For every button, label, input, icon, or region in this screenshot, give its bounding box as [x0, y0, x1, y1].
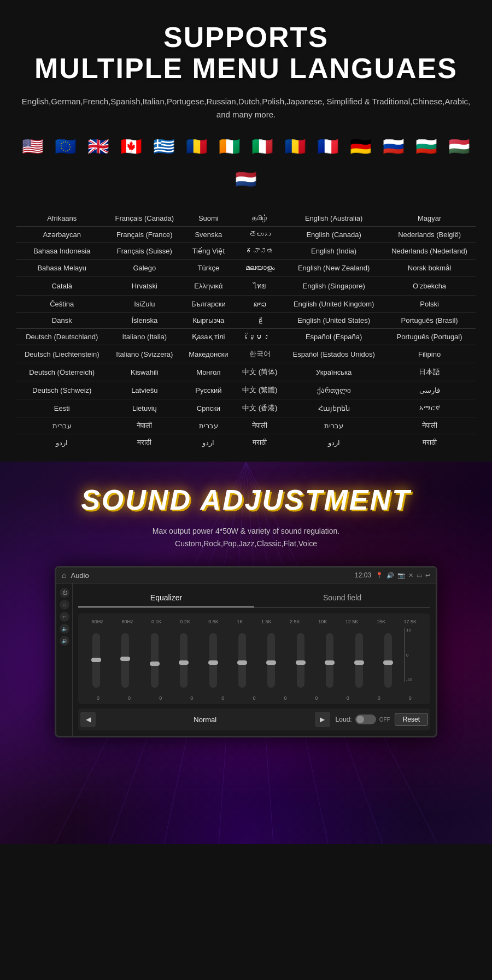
eq-slider-thumb[interactable]: [208, 660, 218, 665]
eq-slider-track: [151, 633, 159, 688]
eq-slider-col[interactable]: [345, 628, 372, 693]
lang-cell: Íslenska: [107, 312, 181, 329]
table-row: CatalàHrvatskiΕλληνικάไทยEnglish (Singap…: [16, 276, 476, 296]
eq-slider-thumb[interactable]: [120, 657, 130, 661]
zero-value: 0: [128, 695, 131, 701]
zero-value: 0: [347, 695, 349, 701]
loud-toggle[interactable]: [355, 715, 376, 724]
lang-cell: 中文 (香港): [235, 399, 284, 417]
reset-button[interactable]: Reset: [395, 713, 428, 726]
lang-cell: తెలుగు: [235, 227, 284, 243]
lang-cell: English (Singapore): [284, 276, 383, 296]
freq-label: 17.5K: [404, 619, 417, 624]
lang-cell: Suomi: [181, 210, 235, 227]
flag-nl: 🇳🇱: [232, 165, 260, 193]
eq-slider-track: [180, 633, 188, 688]
next-preset-button[interactable]: ▶: [315, 712, 330, 727]
zero-value: 0: [97, 695, 99, 701]
table-row: AfrikaansFrançais (Canada)Suomiதமிழ்Engl…: [16, 210, 476, 227]
eq-slider-thumb[interactable]: [325, 660, 335, 665]
lang-cell: فارسی: [383, 381, 476, 399]
lang-cell: Português (Brasil): [383, 312, 476, 329]
lang-cell: Nederlands (Nederland): [383, 243, 476, 259]
eq-slider-col[interactable]: [200, 628, 226, 693]
close-icon[interactable]: ✕: [408, 572, 413, 579]
eq-slider-col[interactable]: [83, 628, 109, 693]
toggle-state-label: OFF: [379, 717, 390, 723]
eq-slider-thumb[interactable]: [150, 662, 160, 666]
side-buttons: ⏻ ⌂ ↩ 🔈 🔉: [56, 583, 73, 736]
eq-slider-thumb[interactable]: [91, 658, 101, 662]
preset-name: Normal: [96, 716, 315, 724]
tab-sound-field[interactable]: Sound field: [254, 589, 430, 607]
vol-up-button[interactable]: 🔉: [60, 636, 69, 646]
vol-down-button[interactable]: 🔈: [60, 624, 69, 634]
eq-slider-thumb[interactable]: [237, 660, 247, 665]
eq-area: 60Hz80Hz0.1K0.2K0.5K1K1.5K2.5K10K12.5K15…: [78, 613, 430, 704]
lang-cell: ქართული: [284, 381, 383, 399]
eq-slider-col[interactable]: [170, 628, 197, 693]
lang-cell: Türkçe: [181, 259, 235, 276]
lang-cell: Latviešu: [107, 381, 181, 399]
eq-tabs: Equalizer Sound field: [78, 589, 430, 608]
tab-equalizer[interactable]: Equalizer: [78, 589, 254, 607]
eq-sliders-row: 100-10: [83, 628, 426, 693]
prev-preset-button[interactable]: ◀: [80, 712, 96, 727]
lang-cell: ខ្មែរ: [235, 329, 284, 345]
window-icon[interactable]: ▭: [417, 572, 422, 579]
back-side-button[interactable]: ↩: [60, 612, 69, 622]
flag-gr: 🇬🇷: [150, 132, 178, 161]
lang-cell: മലയാളം: [235, 259, 284, 276]
freq-label: 60Hz: [92, 619, 103, 624]
lang-cell: Українська: [284, 363, 383, 381]
zero-value: 0: [221, 695, 224, 701]
lang-cell: ಕನ್ನಡ: [235, 243, 284, 259]
freq-labels: 60Hz80Hz0.1K0.2K0.5K1K1.5K2.5K10K12.5K15…: [83, 619, 426, 624]
lang-cell: Svenska: [181, 227, 235, 243]
location-icon: 📍: [376, 572, 383, 579]
home-side-button[interactable]: ⌂: [60, 600, 69, 610]
eq-slider-thumb[interactable]: [383, 660, 393, 665]
eq-slider-col[interactable]: [112, 628, 138, 693]
lang-cell: Hrvatski: [107, 276, 181, 296]
home-icon[interactable]: ⌂: [62, 571, 66, 580]
zero-value: 0: [284, 695, 287, 701]
zero-value: 0: [190, 695, 193, 701]
lang-cell: اردو: [181, 434, 235, 451]
freq-label: 2.5K: [290, 619, 300, 624]
eq-slider-thumb[interactable]: [354, 660, 364, 665]
loud-label: Loud:: [336, 716, 352, 723]
lang-cell: Српски: [181, 399, 235, 417]
eq-slider-col[interactable]: [141, 628, 168, 693]
device-wrapper: ⏻ ⌂ ↩ 🔈 🔉 Equalizer Sound field 60Hz80Hz…: [56, 583, 436, 736]
table-row: Deutsch (Liechtenstein)Italiano (Svizzer…: [16, 345, 476, 363]
eq-slider-thumb[interactable]: [296, 660, 306, 665]
scale-mid: 0: [406, 653, 408, 658]
flag-fr: 🇫🇷: [314, 132, 342, 161]
lang-cell: Kiswahili: [107, 363, 181, 381]
eq-slider-col[interactable]: [287, 628, 314, 693]
lang-cell: Tiếng Việt: [181, 243, 235, 259]
table-row: Deutsch (Schweiz)LatviešuРусский中文 (繁體)ქ…: [16, 381, 476, 399]
eq-slider-thumb[interactable]: [179, 660, 189, 665]
eq-slider-col[interactable]: [375, 628, 402, 693]
eq-slider-col[interactable]: [229, 628, 255, 693]
power-button[interactable]: ⏻: [60, 588, 69, 598]
eq-slider-col[interactable]: [258, 628, 285, 693]
lang-cell: English (Canada): [284, 227, 383, 243]
zero-row: 00000000000: [83, 695, 426, 701]
toggle-knob: [356, 716, 364, 723]
lang-cell: Deutsch (Schweiz): [16, 381, 107, 399]
lang-cell: मराठी: [107, 434, 181, 451]
lang-cell: Eesti: [16, 399, 107, 417]
flag-ci: 🇨🇮: [215, 132, 244, 161]
lang-cell: Magyar: [383, 210, 476, 227]
eq-slider-col[interactable]: [317, 628, 343, 693]
device-status-icons: 📍 🔊 📷 ✕ ▭ ↩: [376, 572, 430, 579]
lang-cell: English (New Zealand): [284, 259, 383, 276]
table-row: עבריתनेपालीעבריתनेपालीעבריתनेपाली: [16, 417, 476, 434]
lang-cell: Монгол: [181, 363, 235, 381]
eq-slider-thumb[interactable]: [266, 660, 276, 665]
back-icon[interactable]: ↩: [425, 572, 430, 579]
eq-slider-track: [384, 633, 392, 688]
